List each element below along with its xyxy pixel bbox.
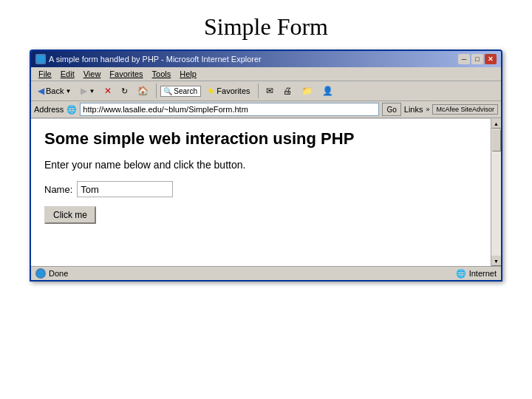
content-area: Some simple web interaction using PHP En… [31,118,491,266]
address-label: Address [34,105,64,114]
search-icon: 🔍 [163,87,172,95]
star-icon: ★ [207,86,215,96]
browser-icon: 🌐 [35,54,46,64]
scroll-down-button[interactable]: ▼ [491,256,502,266]
maximize-button[interactable]: □ [471,54,483,64]
address-bar: Address 🌐 Go Links » McAfee SiteAdvisor [31,101,501,118]
title-bar-buttons: ─ □ ✕ [458,54,497,64]
status-page-icon: 🌐 [35,268,46,279]
stop-icon: ✕ [104,86,112,96]
menu-favorites[interactable]: Favorites [105,69,147,79]
folder-icon: 📁 [301,86,313,96]
scroll-up-button[interactable]: ▲ [491,118,502,129]
simple-form: Name: Click me [44,181,477,224]
internet-label: Internet [469,269,497,278]
mcafee-badge[interactable]: McAfee SiteAdvisor [432,104,498,115]
forward-dropdown-icon: ▼ [89,88,95,95]
home-icon: 🏠 [137,86,149,96]
print-button[interactable]: 🖨 [279,84,296,98]
close-button[interactable]: ✕ [485,54,497,64]
browser-window: 🌐 A simple form handled by PHP - Microso… [30,50,502,282]
back-arrow-icon: ◀ [38,86,44,96]
menu-edit[interactable]: Edit [56,69,79,79]
address-favicon: 🌐 [66,105,77,115]
title-bar-left: 🌐 A simple form handled by PHP - Microso… [35,54,262,64]
menu-help[interactable]: Help [175,69,201,79]
name-label: Name: [44,184,72,195]
minimize-button[interactable]: ─ [458,54,470,64]
toolbar-separator-2 [258,83,259,98]
browser-main: Some simple web interaction using PHP En… [31,118,491,266]
search-label: Search [174,87,197,95]
page-heading: Some simple web interaction using PHP [44,129,477,149]
mail-icon: ✉ [266,86,273,96]
menu-tools[interactable]: Tools [148,69,176,79]
favorites-label: Favorites [216,86,250,95]
stop-button[interactable]: ✕ [100,84,115,98]
back-dropdown-icon: ▼ [65,88,71,95]
menu-bar: File Edit View Favorites Tools Help [31,67,501,81]
address-input[interactable] [80,103,379,116]
scroll-track [491,129,501,256]
mail-button[interactable]: ✉ [262,84,277,98]
user-button[interactable]: 👤 [318,84,337,98]
back-label: Back [46,86,64,95]
refresh-icon: ↻ [121,86,128,96]
title-bar: 🌐 A simple form handled by PHP - Microso… [31,51,501,67]
internet-icon: 🌐 [456,269,466,279]
print-icon: 🖨 [283,86,292,96]
refresh-button[interactable]: ↻ [117,85,132,98]
toolbar: ◀ Back ▼ ▶ ▼ ✕ ↻ 🏠 🔍 Search ★ Favorit [31,81,501,101]
home-button[interactable]: 🏠 [134,84,152,98]
slide-title: Simple Form [204,0,328,50]
forward-button[interactable]: ▶ ▼ [77,84,98,98]
title-bar-text: A simple form handled by PHP - Microsoft… [49,55,262,64]
favorites-button[interactable]: ★ Favorites [203,84,253,98]
user-icon: 👤 [322,86,333,96]
search-bar: 🔍 Search [160,86,201,97]
status-bar: 🌐 Done 🌐 Internet [31,266,501,280]
folder-button[interactable]: 📁 [298,84,316,98]
status-text: Done [49,269,68,278]
name-input[interactable] [77,181,173,197]
status-left: 🌐 Done [35,268,68,279]
menu-file[interactable]: File [34,69,56,79]
button-row: Click me [44,206,477,224]
links-label: Links [404,105,423,114]
back-button[interactable]: ◀ Back ▼ [34,84,75,98]
go-button[interactable]: Go [382,103,400,116]
toolbar-separator-1 [156,83,157,98]
scroll-thumb[interactable] [492,129,501,151]
forward-arrow-icon: ▶ [81,86,87,96]
menu-view[interactable]: View [79,69,106,79]
name-field-row: Name: [44,181,477,197]
status-right: 🌐 Internet [456,269,497,279]
scrollbar[interactable]: ▲ ▼ [491,118,501,266]
links-chevron-icon: » [426,106,429,113]
browser-body: Some simple web interaction using PHP En… [31,118,501,266]
click-me-button[interactable]: Click me [44,206,96,224]
page-instruction: Enter your name below and click the butt… [44,159,477,171]
